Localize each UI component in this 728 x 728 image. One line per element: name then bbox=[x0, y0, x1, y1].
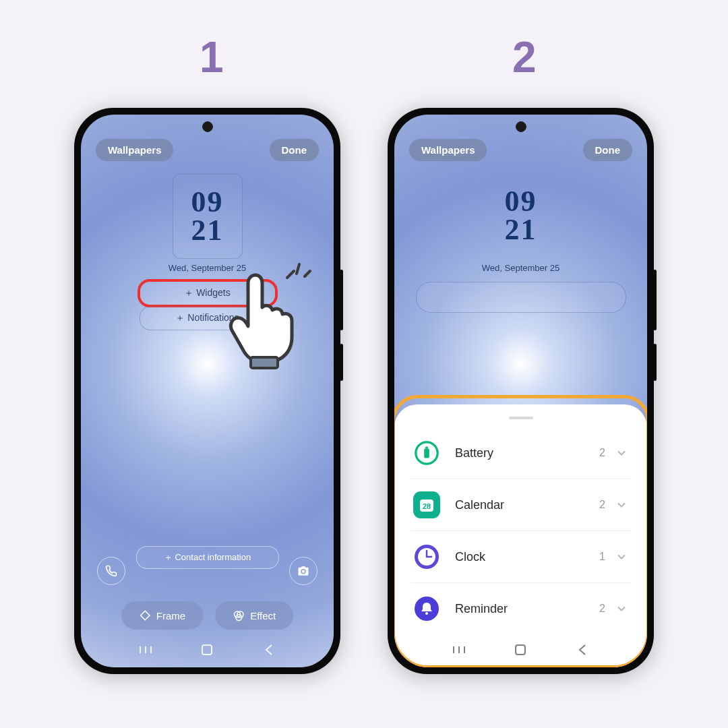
phone-frame-1: Wallpapers Done 09 21 Wed, September 25 … bbox=[74, 108, 340, 674]
nav-recents[interactable] bbox=[452, 642, 466, 657]
effect-label: Effect bbox=[250, 610, 276, 621]
screen-2: Wallpapers Done 09 21 Wed, September 25 … bbox=[394, 115, 647, 667]
phone-shortcut[interactable] bbox=[97, 557, 125, 585]
widget-row-calendar[interactable]: 28 Calendar 2 bbox=[411, 479, 631, 531]
nav-recents[interactable] bbox=[138, 642, 153, 657]
svg-rect-6 bbox=[202, 645, 212, 655]
nav-home[interactable] bbox=[513, 642, 528, 657]
frame-label: Frame bbox=[156, 610, 185, 621]
phone-frame-2: Wallpapers Done 09 21 Wed, September 25 … bbox=[388, 108, 654, 674]
add-notifications-button[interactable]: ＋ Notifications bbox=[140, 306, 276, 330]
widget-label: Reminder bbox=[455, 602, 599, 616]
widget-row-battery[interactable]: Battery 2 bbox=[411, 427, 631, 479]
widget-label: Battery bbox=[455, 446, 599, 460]
power-button bbox=[340, 270, 343, 330]
reminder-icon bbox=[413, 595, 440, 622]
camera-icon bbox=[297, 565, 309, 577]
wallpapers-button[interactable]: Wallpapers bbox=[409, 139, 487, 161]
clock-hour: 09 bbox=[505, 187, 537, 216]
chevron-down-icon bbox=[615, 602, 628, 615]
effect-icon bbox=[233, 609, 245, 621]
camera-notch bbox=[202, 121, 213, 132]
clock-widget[interactable]: 09 21 bbox=[487, 174, 555, 257]
widget-count: 2 bbox=[599, 499, 605, 511]
volume-button bbox=[653, 344, 657, 381]
clock-hour: 09 bbox=[191, 188, 224, 216]
drag-handle[interactable] bbox=[509, 417, 533, 419]
frame-button[interactable]: Frame bbox=[121, 601, 203, 630]
clock-icon bbox=[413, 543, 440, 570]
widget-label: Calendar bbox=[455, 498, 599, 512]
widget-count: 2 bbox=[599, 603, 605, 615]
clock-widget[interactable]: 09 21 bbox=[173, 174, 243, 259]
camera-shortcut[interactable] bbox=[289, 557, 317, 585]
widget-slot[interactable] bbox=[416, 282, 626, 313]
widget-row-clock[interactable]: Clock 1 bbox=[411, 531, 631, 583]
svg-text:28: 28 bbox=[423, 502, 431, 510]
nav-bar bbox=[81, 639, 334, 661]
wallpapers-button[interactable]: Wallpapers bbox=[96, 139, 173, 161]
camera-notch bbox=[516, 121, 526, 132]
step-label-1: 1 bbox=[200, 32, 224, 82]
svg-rect-25 bbox=[516, 645, 525, 655]
widget-label: Clock bbox=[455, 550, 599, 564]
date-label: Wed, September 25 bbox=[169, 263, 246, 273]
date-label: Wed, September 25 bbox=[482, 263, 559, 273]
clock-minute: 21 bbox=[505, 216, 537, 244]
widget-picker-panel: Battery 2 28 Calendar 2 Clock 1 bbox=[394, 404, 647, 667]
widget-count: 1 bbox=[599, 551, 605, 563]
chevron-down-icon bbox=[615, 446, 628, 460]
svg-rect-12 bbox=[424, 448, 429, 458]
add-contact-info-button[interactable]: ＋ Contact information bbox=[136, 546, 279, 569]
bottom-tools: Frame Effect bbox=[121, 601, 293, 630]
chevron-down-icon bbox=[615, 498, 628, 512]
chevron-down-icon bbox=[615, 550, 628, 564]
widget-row-reminder[interactable]: Reminder 2 bbox=[411, 583, 631, 634]
effect-button[interactable]: Effect bbox=[215, 601, 293, 630]
step-label-2: 2 bbox=[512, 32, 537, 82]
volume-button bbox=[340, 344, 343, 381]
screen-1: Wallpapers Done 09 21 Wed, September 25 … bbox=[81, 115, 334, 667]
power-button bbox=[653, 270, 657, 330]
done-button[interactable]: Done bbox=[270, 139, 320, 161]
svg-rect-13 bbox=[425, 447, 428, 449]
nav-back[interactable] bbox=[575, 642, 590, 657]
calendar-icon: 28 bbox=[417, 495, 436, 514]
frame-icon bbox=[139, 609, 151, 621]
done-button[interactable]: Done bbox=[583, 139, 633, 161]
svg-point-21 bbox=[425, 612, 428, 615]
phone-icon bbox=[105, 565, 117, 577]
clock-minute: 21 bbox=[191, 216, 224, 245]
add-widgets-button[interactable]: ＋ Widgets bbox=[138, 279, 278, 307]
battery-icon bbox=[414, 440, 439, 466]
widget-count: 2 bbox=[599, 447, 605, 459]
nav-bar bbox=[394, 639, 647, 661]
nav-back[interactable] bbox=[262, 642, 276, 657]
nav-home[interactable] bbox=[200, 642, 214, 657]
